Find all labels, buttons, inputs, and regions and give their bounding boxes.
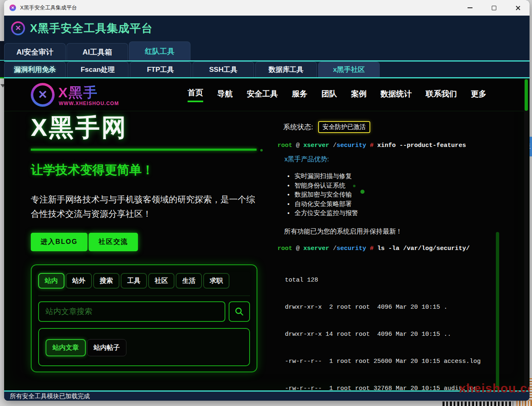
- tab-database-tools[interactable]: 数据库工具: [255, 62, 317, 77]
- matrix-particle: [353, 185, 355, 187]
- tab-ai-toolbox[interactable]: AI工具箱: [66, 43, 128, 60]
- watermark: xheishou.com: [459, 381, 530, 395]
- app-title: X黑手安全工具集成平台: [30, 21, 153, 36]
- app-window: X黑手安全工具集成平台 X黑手安全工具集成平台 AI安全审计 AI工具箱 红队工…: [4, 0, 530, 401]
- filter-onsite-posts[interactable]: 站内帖子: [87, 339, 126, 356]
- search-divider: [38, 296, 250, 296]
- desktop-pattern-fragment-bottom: [516, 401, 532, 406]
- page-scrollbar[interactable]: [524, 78, 528, 390]
- ls-line: total 128: [285, 276, 495, 285]
- search-tab-offsite[interactable]: 站外: [66, 273, 92, 289]
- matrix-particle: [360, 190, 365, 194]
- command-ls: ls -la /var/log/security/: [377, 245, 470, 252]
- search-icon: [234, 307, 244, 317]
- tool-tabs-row2: 漏洞利用免杀 Fscan处理 FTP工具 SSH工具 数据库工具 x黑手社区: [4, 62, 530, 77]
- nav-home[interactable]: 首页: [188, 87, 203, 102]
- titlebar: X黑手安全工具集成平台: [4, 0, 530, 16]
- page-scrollbar-thumb[interactable]: [525, 79, 528, 111]
- site-header: X黑手 WWW.XHEISHOU.COM 首页 导航 安全工具 服务 团队 案例…: [4, 78, 524, 111]
- search-tab-tools[interactable]: 工具: [121, 273, 147, 289]
- tool-tabs-row1: AI安全审计 AI工具箱 红队工具: [4, 41, 530, 60]
- search-tab-search[interactable]: 搜索: [93, 273, 119, 289]
- search-button[interactable]: [229, 301, 250, 322]
- search-input[interactable]: [38, 301, 225, 322]
- nav-directory[interactable]: 导航: [217, 89, 233, 101]
- feature-item: 实时漏洞扫描与修复: [287, 172, 495, 181]
- terminal-panel: 系统状态: 安全防护已激活 root @ xserver /security #…: [277, 121, 495, 390]
- site-brand-name: X黑手: [58, 83, 98, 102]
- tab-red-team-tools[interactable]: 红队工具: [129, 41, 190, 60]
- close-icon: [515, 5, 521, 11]
- community-button[interactable]: 社区交流: [89, 233, 138, 251]
- maximize-button[interactable]: [482, 0, 506, 16]
- webview: X黑手 WWW.XHEISHOU.COM 首页 导航 安全工具 服务 团队 案例…: [4, 78, 530, 390]
- minimize-icon: [468, 7, 472, 8]
- ls-line: drwxr-xr-x 2 root root 4096 Mar 20 10:15…: [285, 303, 495, 312]
- terminal-prompt-2: root @ xserver /security # ls -la /var/l…: [277, 245, 495, 252]
- feature-item: 全方位安全监控与报警: [287, 209, 495, 218]
- search-tabs: 站内 站外 搜索 工具 社区 生活 求职: [38, 273, 250, 289]
- tab-ssh-tools[interactable]: SSH工具: [193, 62, 254, 77]
- background-window-fragment-left: [0, 41, 4, 78]
- features-list: 实时漏洞扫描与修复 智能身份认证系统 数据加密与安全传输 自动化安全策略部署 全…: [277, 172, 495, 218]
- tab-fscan[interactable]: Fscan处理: [67, 62, 128, 77]
- matrix-particle: [260, 149, 263, 151]
- enter-blog-button[interactable]: 进入BLOG: [31, 233, 87, 251]
- site-brand-domain: WWW.XHEISHOU.COM: [59, 101, 119, 106]
- hero-underline: [31, 149, 257, 151]
- command-xinfo: xinfo --product-features: [377, 142, 466, 149]
- hero-description: 专注新手网络技术与与手机骇客领域的研究探索，是一个综合性技术交流与资源分享社区！: [31, 192, 256, 221]
- ls-line: drwxr-xr-x 14 root root 4096 Mar 20 10:1…: [285, 330, 495, 339]
- feature-item: 数据加密与安全传输: [287, 190, 495, 200]
- app-header-logo-icon: [11, 21, 25, 35]
- search-tab-jobs[interactable]: 求职: [203, 273, 229, 289]
- statusbar: 所有安全工具模块已加载完成: [4, 392, 530, 401]
- filter-onsite-articles[interactable]: 站内文章: [46, 339, 86, 356]
- feature-item: 自动化安全策略部署: [287, 200, 495, 209]
- app-logo-icon: [9, 5, 16, 11]
- features-title: x黑手产品优势:: [277, 155, 495, 164]
- nav-cases[interactable]: 案例: [351, 89, 367, 101]
- maximize-icon: [492, 6, 496, 10]
- terminal-scrollbar-thumb[interactable]: [496, 232, 499, 390]
- hero-section: X黑手网 让学技术变得更简单！ 专注新手网络技术与与手机骇客领域的研究探索，是一…: [31, 111, 257, 372]
- terminal-prompt-1: root @ xserver /security # xinfo --produ…: [277, 142, 495, 149]
- minimize-button[interactable]: [458, 0, 482, 16]
- nav-security-tools[interactable]: 安全工具: [247, 89, 278, 101]
- hero-title: X黑手网: [31, 111, 257, 145]
- security-status-badge: 安全防护已激活: [318, 121, 370, 133]
- tab-exploit-bypass[interactable]: 漏洞利用免杀: [4, 62, 66, 77]
- search-tab-community[interactable]: 社区: [148, 273, 174, 289]
- desktop-qr-fragment: [443, 401, 513, 406]
- system-status-label: 系统状态:: [283, 122, 313, 132]
- ls-line: -rw-r--r-- 1 root root 25600 Mar 20 10:1…: [285, 357, 495, 366]
- site-nav: 首页 导航 安全工具 服务 团队 案例 数据统计 联系我们 更多: [188, 78, 486, 111]
- feature-item: 智能身份认证系统: [287, 181, 495, 190]
- hero-slogan: 让学技术变得更简单！: [31, 162, 257, 179]
- tab-ai-security-audit[interactable]: AI安全审计: [4, 43, 66, 60]
- search-tab-onsite[interactable]: 站内: [38, 273, 64, 289]
- search-filter-box: 站内文章 站内帖子: [38, 328, 250, 366]
- tab-xheishou-community[interactable]: x黑手社区: [318, 62, 380, 77]
- status-text: 所有安全工具模块已加载完成: [10, 392, 90, 400]
- ls-output: total 128 drwxr-xr-x 2 root root 4096 Ma…: [277, 258, 495, 391]
- app-header: X黑手安全工具集成平台: [4, 16, 530, 41]
- site-logo-icon[interactable]: [31, 83, 55, 107]
- close-button[interactable]: [506, 0, 530, 16]
- search-tab-life[interactable]: 生活: [176, 273, 202, 289]
- tab-ftp-tools[interactable]: FTP工具: [130, 62, 191, 77]
- features-footer: 所有功能已为您的系统启用并保持最新！: [277, 227, 495, 236]
- window-title: X黑手安全工具集成平台: [20, 4, 77, 11]
- search-panel: 站内 站外 搜索 工具 社区 生活 求职: [31, 264, 257, 372]
- nav-contact[interactable]: 联系我们: [426, 89, 457, 101]
- nav-team[interactable]: 团队: [321, 89, 337, 101]
- nav-more[interactable]: 更多: [471, 89, 486, 101]
- nav-statistics[interactable]: 数据统计: [381, 89, 412, 101]
- nav-services[interactable]: 服务: [292, 89, 307, 101]
